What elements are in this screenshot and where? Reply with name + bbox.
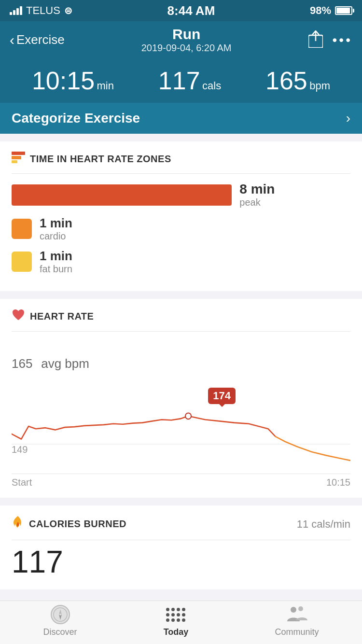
svg-rect-4 (12, 160, 17, 163)
zones-section-header: TIME IN HEART RATE ZONES (12, 151, 350, 174)
discover-tab-label: Discover (43, 627, 77, 637)
share-button[interactable] (308, 30, 323, 50)
stat-calories-value: 117 cals (158, 68, 221, 93)
svg-rect-3 (12, 156, 21, 159)
community-tab-label: Community (275, 627, 319, 637)
tab-community[interactable]: Community (275, 604, 319, 637)
status-bar: TELUS ⊜ 8:44 AM 98% (0, 0, 362, 21)
flame-icon (12, 515, 24, 533)
status-left: TELUS ⊜ (10, 4, 72, 17)
stat-duration: 10:15 min (32, 68, 114, 93)
status-time: 8:44 AM (167, 3, 215, 18)
nav-actions: ••• (308, 30, 352, 50)
discover-icon (50, 604, 71, 625)
svg-point-12 (298, 606, 303, 611)
zones-bars-icon (12, 152, 25, 163)
tab-bar: Discover Today Community (0, 601, 362, 644)
heart-rate-chart-svg (12, 383, 350, 470)
dots-grid-icon (166, 608, 185, 622)
community-icon (286, 604, 307, 625)
stats-bar: 10:15 min 117 cals 165 bpm (0, 60, 362, 103)
svg-point-6 (185, 413, 191, 419)
zones-section-title: TIME IN HEART RATE ZONES (30, 154, 171, 165)
zone-fat-burn-row: 1 min fat burn (12, 249, 350, 275)
battery-percentage: 98% (310, 4, 331, 17)
page-title: Run (141, 26, 232, 42)
wifi-icon: ⊜ (64, 5, 72, 16)
calories-rate: 11 cals/min (297, 518, 350, 531)
categorize-label: Categorize Exercise (12, 111, 140, 126)
hr-section-title: HEART RATE (30, 311, 94, 322)
cardio-zone-info: 1 min cardio (40, 216, 72, 242)
categorize-button[interactable]: Categorize Exercise › (0, 103, 362, 134)
today-icon (165, 604, 186, 625)
chart-start-label: Start (12, 477, 32, 488)
hr-section-header: HEART RATE (12, 308, 350, 332)
zones-icon (12, 151, 25, 167)
calories-section: CALORIES BURNED 11 cals/min 117 (0, 505, 362, 589)
heart-rate-chart: 174 149 (12, 383, 350, 470)
tab-today[interactable]: Today (164, 604, 189, 637)
fat-burn-zone-square (12, 252, 32, 272)
zone-cardio-row: 1 min cardio (12, 216, 350, 242)
avg-bpm-display: 165 avg bpm (12, 339, 350, 375)
calories-section-title: CALORIES BURNED (29, 518, 126, 530)
heart-icon (12, 308, 25, 324)
stat-hr-value: 165 bpm (265, 68, 330, 93)
heart-svg-icon (12, 308, 25, 321)
back-arrow-icon: ‹ (10, 33, 14, 47)
heart-rate-section: HEART RATE 165 avg bpm 174 149 (0, 299, 362, 498)
stat-calories: 117 cals (158, 68, 221, 93)
status-right: 98% (310, 4, 352, 17)
peak-zone-info: 8 min peak (239, 182, 275, 208)
nav-center: Run 2019-09-04, 6:20 AM (141, 26, 232, 54)
chart-y-label: 149 (12, 444, 28, 455)
svg-point-11 (291, 607, 296, 613)
calories-title-area: CALORIES BURNED (12, 515, 126, 533)
compass-icon (50, 604, 70, 625)
categorize-chevron-icon: › (346, 111, 350, 126)
carrier-label: TELUS (26, 4, 60, 17)
chart-tooltip: 174 (208, 388, 236, 404)
zone-peak-row: 8 min peak (12, 182, 350, 208)
peak-zone-bar (12, 184, 232, 206)
share-icon (308, 30, 323, 48)
chart-end-label: 10:15 (326, 477, 350, 488)
flame-svg-icon (12, 515, 24, 530)
chart-labels: Start 10:15 (12, 474, 350, 488)
more-button[interactable]: ••• (333, 32, 352, 48)
calories-header: CALORIES BURNED 11 cals/min (12, 515, 350, 540)
page-subtitle: 2019-09-04, 6:20 AM (141, 42, 232, 54)
fat-burn-zone-info: 1 min fat burn (40, 249, 72, 275)
cardio-zone-square (12, 219, 32, 239)
back-button[interactable]: ‹ Exercise (10, 32, 65, 47)
stat-heart-rate: 165 bpm (265, 68, 330, 93)
back-label: Exercise (16, 32, 65, 47)
battery-icon (335, 6, 352, 15)
signal-bars (10, 6, 22, 15)
heart-rate-zones-section: TIME IN HEART RATE ZONES 8 min peak 1 mi… (0, 141, 362, 291)
today-tab-label: Today (164, 627, 189, 637)
svg-rect-2 (12, 152, 25, 155)
community-svg-icon (286, 605, 307, 624)
nav-header: ‹ Exercise Run 2019-09-04, 6:20 AM ••• (0, 21, 362, 60)
calories-value: 117 (12, 544, 350, 580)
tab-discover[interactable]: Discover (43, 604, 77, 637)
stat-duration-value: 10:15 min (32, 68, 114, 93)
